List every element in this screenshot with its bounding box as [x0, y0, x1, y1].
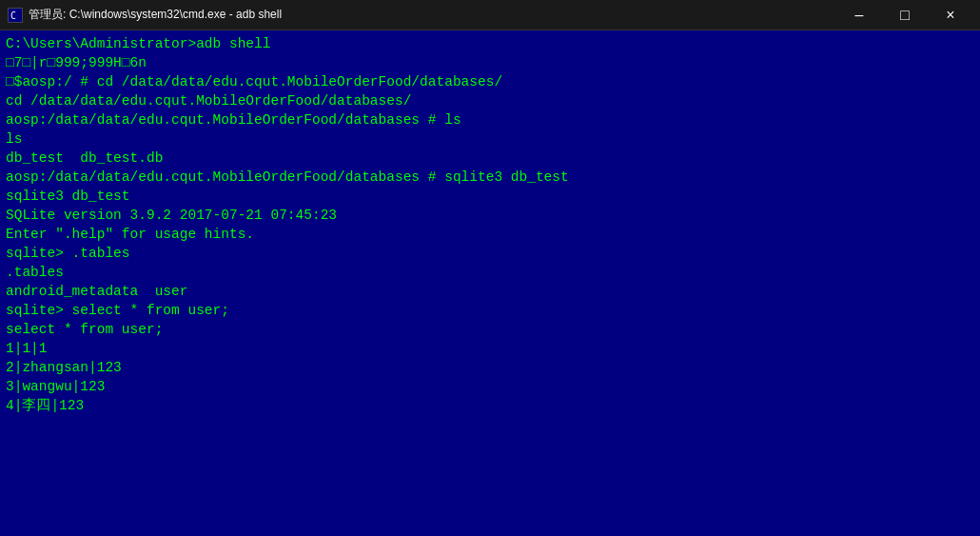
terminal-line: □$aosp:/ # cd /data/data/edu.cqut.Mobile…: [6, 72, 974, 91]
terminal-line: ls: [6, 129, 974, 149]
title-bar: C 管理员: C:\windows\system32\cmd.exe - adb…: [0, 0, 980, 30]
window: C 管理员: C:\windows\system32\cmd.exe - adb…: [0, 0, 980, 536]
title-bar-controls: – □ ×: [837, 0, 972, 30]
terminal-line: □7□|r□999;999H□6n: [6, 53, 974, 72]
terminal-line: android_metadata user: [6, 282, 974, 301]
terminal-line: aosp:/data/data/edu.cqut.MobileOrderFood…: [6, 110, 974, 129]
terminal-line: .tables: [6, 263, 974, 282]
terminal-line: 2|zhangsan|123: [6, 358, 974, 377]
terminal[interactable]: C:\Users\Administrator>adb shell□7□|r□99…: [0, 30, 980, 536]
terminal-line: Enter ".help" for usage hints.: [6, 225, 974, 244]
title-bar-left: C 管理员: C:\windows\system32\cmd.exe - adb…: [8, 7, 282, 23]
close-button[interactable]: ×: [929, 0, 972, 30]
terminal-line: aosp:/data/data/edu.cqut.MobileOrderFood…: [6, 168, 974, 187]
terminal-line: sqlite> select * from user;: [6, 301, 974, 320]
cmd-icon: C: [8, 8, 23, 23]
terminal-line: 3|wangwu|123: [6, 377, 974, 396]
minimize-button[interactable]: –: [837, 0, 881, 30]
title-bar-text: 管理员: C:\windows\system32\cmd.exe - adb s…: [29, 7, 282, 23]
terminal-line: select * from user;: [6, 320, 974, 339]
terminal-line: cd /data/data/edu.cqut.MobileOrderFood/d…: [6, 91, 974, 110]
svg-text:C: C: [10, 10, 16, 21]
terminal-line: 4|李四|123: [6, 396, 974, 415]
terminal-line: SQLite version 3.9.2 2017-07-21 07:45:23: [6, 206, 974, 225]
terminal-line: C:\Users\Administrator>adb shell: [6, 34, 974, 53]
maximize-button[interactable]: □: [883, 0, 927, 30]
terminal-line: db_test db_test.db: [6, 149, 974, 168]
terminal-line: sqlite> .tables: [6, 244, 974, 263]
terminal-line: 1|1|1: [6, 339, 974, 358]
terminal-line: sqlite3 db_test: [6, 187, 974, 206]
